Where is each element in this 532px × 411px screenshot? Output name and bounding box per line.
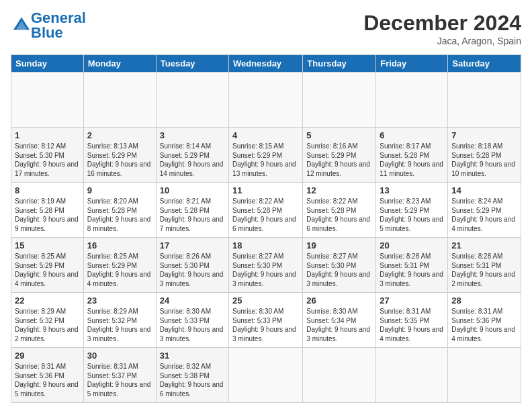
calendar-cell: 3Sunrise: 8:14 AMSunset: 5:29 PMDaylight… xyxy=(156,128,228,183)
day-info: Sunrise: 8:28 AMSunset: 5:31 PMDaylight:… xyxy=(451,252,517,288)
day-number: 3 xyxy=(160,130,225,140)
day-info: Sunrise: 8:22 AMSunset: 5:28 PMDaylight:… xyxy=(232,197,299,233)
calendar-cell: 10Sunrise: 8:21 AMSunset: 5:28 PMDayligh… xyxy=(156,183,228,238)
calendar-cell: 7Sunrise: 8:18 AMSunset: 5:28 PMDaylight… xyxy=(448,128,521,183)
day-info: Sunrise: 8:22 AMSunset: 5:28 PMDaylight:… xyxy=(306,197,372,233)
calendar-cell: 18Sunrise: 8:27 AMSunset: 5:30 PMDayligh… xyxy=(229,238,303,293)
calendar-cell xyxy=(156,73,228,128)
day-info: Sunrise: 8:19 AMSunset: 5:28 PMDaylight:… xyxy=(15,197,80,233)
day-number: 28 xyxy=(451,295,517,306)
logo-text: General Blue xyxy=(31,11,86,40)
day-number: 26 xyxy=(306,295,372,306)
day-info: Sunrise: 8:28 AMSunset: 5:31 PMDaylight:… xyxy=(380,252,444,288)
day-info: Sunrise: 8:25 AMSunset: 5:29 PMDaylight:… xyxy=(87,252,152,288)
day-number: 5 xyxy=(306,130,372,140)
calendar-header-row: Sunday Monday Tuesday Wednesday Thursday… xyxy=(11,55,521,73)
calendar-cell: 15Sunrise: 8:25 AMSunset: 5:29 PMDayligh… xyxy=(11,238,84,293)
calendar-cell: 29Sunrise: 8:31 AMSunset: 5:36 PMDayligh… xyxy=(11,348,84,403)
day-number: 23 xyxy=(87,295,152,306)
calendar-cell: 8Sunrise: 8:19 AMSunset: 5:28 PMDaylight… xyxy=(11,183,84,238)
calendar-cell: 9Sunrise: 8:20 AMSunset: 5:28 PMDaylight… xyxy=(83,183,156,238)
col-wednesday: Wednesday xyxy=(229,55,303,73)
day-number: 6 xyxy=(380,130,444,140)
col-sunday: Sunday xyxy=(11,55,84,73)
day-number: 16 xyxy=(87,240,152,250)
day-info: Sunrise: 8:12 AMSunset: 5:30 PMDaylight:… xyxy=(15,142,80,178)
day-info: Sunrise: 8:31 AMSunset: 5:37 PMDaylight:… xyxy=(87,362,152,398)
col-tuesday: Tuesday xyxy=(156,55,228,73)
calendar-cell xyxy=(448,348,521,403)
calendar-week-4: 22Sunrise: 8:29 AMSunset: 5:32 PMDayligh… xyxy=(11,293,521,348)
day-info: Sunrise: 8:24 AMSunset: 5:29 PMDaylight:… xyxy=(451,197,517,233)
calendar-cell: 13Sunrise: 8:23 AMSunset: 5:29 PMDayligh… xyxy=(376,183,448,238)
day-info: Sunrise: 8:14 AMSunset: 5:29 PMDaylight:… xyxy=(160,142,225,178)
calendar-cell: 2Sunrise: 8:13 AMSunset: 5:29 PMDaylight… xyxy=(83,128,156,183)
calendar-cell: 25Sunrise: 8:30 AMSunset: 5:33 PMDayligh… xyxy=(229,293,303,348)
calendar-cell: 6Sunrise: 8:17 AMSunset: 5:28 PMDaylight… xyxy=(376,128,448,183)
calendar-cell: 20Sunrise: 8:28 AMSunset: 5:31 PMDayligh… xyxy=(376,238,448,293)
col-monday: Monday xyxy=(83,55,156,73)
day-info: Sunrise: 8:18 AMSunset: 5:28 PMDaylight:… xyxy=(451,142,517,178)
month-year: December 2024 xyxy=(363,11,521,36)
day-info: Sunrise: 8:31 AMSunset: 5:36 PMDaylight:… xyxy=(451,307,517,343)
logo: General Blue xyxy=(11,11,86,40)
day-number: 11 xyxy=(232,185,299,195)
calendar-cell xyxy=(83,73,156,128)
calendar-cell: 31Sunrise: 8:32 AMSunset: 5:38 PMDayligh… xyxy=(156,348,228,403)
day-number: 13 xyxy=(380,185,444,195)
day-info: Sunrise: 8:16 AMSunset: 5:29 PMDaylight:… xyxy=(306,142,372,178)
calendar-cell: 5Sunrise: 8:16 AMSunset: 5:29 PMDaylight… xyxy=(303,128,376,183)
day-info: Sunrise: 8:30 AMSunset: 5:33 PMDaylight:… xyxy=(160,307,225,343)
calendar-cell xyxy=(376,348,448,403)
logo-blue: Blue xyxy=(31,24,63,41)
day-info: Sunrise: 8:13 AMSunset: 5:29 PMDaylight:… xyxy=(87,142,152,178)
day-number: 15 xyxy=(15,240,80,250)
calendar-cell xyxy=(11,73,84,128)
day-number: 27 xyxy=(380,295,444,306)
header: General Blue December 2024 Jaca, Aragon,… xyxy=(11,11,521,46)
calendar-cell: 21Sunrise: 8:28 AMSunset: 5:31 PMDayligh… xyxy=(448,238,521,293)
day-number: 30 xyxy=(87,351,152,361)
day-number: 2 xyxy=(87,130,152,140)
day-info: Sunrise: 8:15 AMSunset: 5:29 PMDaylight:… xyxy=(232,142,299,178)
day-number: 4 xyxy=(232,130,299,140)
logo-icon xyxy=(12,15,31,34)
page-container: General Blue December 2024 Jaca, Aragon,… xyxy=(0,0,532,408)
calendar-cell: 24Sunrise: 8:30 AMSunset: 5:33 PMDayligh… xyxy=(156,293,228,348)
day-number: 19 xyxy=(306,240,372,250)
day-number: 25 xyxy=(232,295,299,306)
day-number: 22 xyxy=(15,295,80,306)
calendar-cell xyxy=(448,73,521,128)
col-friday: Friday xyxy=(376,55,448,73)
calendar-cell: 14Sunrise: 8:24 AMSunset: 5:29 PMDayligh… xyxy=(448,183,521,238)
day-info: Sunrise: 8:29 AMSunset: 5:32 PMDaylight:… xyxy=(87,307,152,343)
day-info: Sunrise: 8:20 AMSunset: 5:28 PMDaylight:… xyxy=(87,197,152,233)
calendar-cell: 27Sunrise: 8:31 AMSunset: 5:35 PMDayligh… xyxy=(376,293,448,348)
day-number: 12 xyxy=(306,185,372,195)
day-info: Sunrise: 8:26 AMSunset: 5:30 PMDaylight:… xyxy=(160,252,225,288)
day-info: Sunrise: 8:30 AMSunset: 5:34 PMDaylight:… xyxy=(306,307,372,343)
col-thursday: Thursday xyxy=(303,55,376,73)
calendar-cell: 26Sunrise: 8:30 AMSunset: 5:34 PMDayligh… xyxy=(303,293,376,348)
title-block: December 2024 Jaca, Aragon, Spain xyxy=(363,11,521,46)
day-info: Sunrise: 8:27 AMSunset: 5:30 PMDaylight:… xyxy=(232,252,299,288)
calendar-week-3: 15Sunrise: 8:25 AMSunset: 5:29 PMDayligh… xyxy=(11,238,521,293)
day-number: 7 xyxy=(451,130,517,140)
calendar-cell: 1Sunrise: 8:12 AMSunset: 5:30 PMDaylight… xyxy=(11,128,84,183)
calendar-cell: 22Sunrise: 8:29 AMSunset: 5:32 PMDayligh… xyxy=(11,293,84,348)
calendar-cell xyxy=(229,73,303,128)
col-saturday: Saturday xyxy=(448,55,521,73)
calendar: Sunday Monday Tuesday Wednesday Thursday… xyxy=(11,54,521,403)
day-number: 17 xyxy=(160,240,225,250)
calendar-cell xyxy=(229,348,303,403)
day-number: 1 xyxy=(15,130,80,140)
day-number: 31 xyxy=(160,351,225,361)
calendar-cell: 16Sunrise: 8:25 AMSunset: 5:29 PMDayligh… xyxy=(83,238,156,293)
day-info: Sunrise: 8:27 AMSunset: 5:30 PMDaylight:… xyxy=(306,252,372,288)
calendar-cell xyxy=(303,73,376,128)
calendar-cell: 11Sunrise: 8:22 AMSunset: 5:28 PMDayligh… xyxy=(229,183,303,238)
calendar-cell: 12Sunrise: 8:22 AMSunset: 5:28 PMDayligh… xyxy=(303,183,376,238)
day-number: 14 xyxy=(451,185,517,195)
day-number: 18 xyxy=(232,240,299,250)
calendar-cell: 17Sunrise: 8:26 AMSunset: 5:30 PMDayligh… xyxy=(156,238,228,293)
